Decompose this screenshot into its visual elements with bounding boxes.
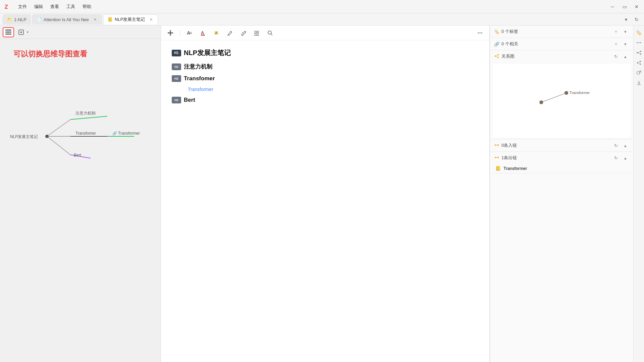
backlinks-out-item-icon: 📒: [495, 166, 501, 171]
backlinks-in-actions: ↻ ▴: [612, 141, 629, 149]
menu-help[interactable]: 帮助: [79, 2, 95, 11]
menu-tools[interactable]: 工具: [63, 2, 78, 11]
expand-related-button[interactable]: ▾: [621, 40, 629, 48]
minimize-button[interactable]: ─: [608, 2, 617, 11]
tags-section: 🏷️ 0 个标签 ＋ ▾: [490, 26, 633, 38]
menu-edit[interactable]: 编辑: [31, 2, 46, 11]
h1-badge: H1: [172, 50, 181, 56]
tab-nlp-icon: 📁: [7, 17, 12, 22]
expand-backlinks-in-button[interactable]: ▴: [621, 141, 629, 149]
menu-view[interactable]: 查看: [47, 2, 62, 11]
new-note-arrow: ▾: [27, 30, 29, 34]
svg-point-64: [637, 52, 638, 53]
relations-section-title: 关系图: [494, 53, 612, 60]
mindmap-canvas: 注意力机制 Transfomer 🔗 Transformer Bert: [0, 73, 161, 362]
related-section-title: 🔗 0 个相关: [494, 41, 612, 47]
note-h2-title-attention: 注意力机制: [184, 63, 212, 71]
menu-file[interactable]: 文件: [15, 2, 30, 11]
brush-button[interactable]: [224, 28, 235, 38]
svg-point-44: [480, 32, 481, 33]
svg-point-27: [172, 32, 173, 34]
tags-section-title: 🏷️ 0 个标签: [494, 29, 612, 35]
svg-point-21: [169, 32, 171, 34]
backlinks-in-header[interactable]: 0条入链 ↻ ▴: [490, 139, 633, 151]
add-related-button[interactable]: ＋: [612, 40, 620, 48]
svg-text:Transformer: Transformer: [570, 91, 590, 95]
relations-section-actions: ↻ ▴: [612, 52, 629, 60]
svg-rect-2: [5, 32, 11, 33]
backlinks-out-header[interactable]: 1条出链 ↻ ▴: [490, 152, 633, 164]
relations-section-header[interactable]: 关系图 ↻ ▴: [490, 50, 633, 62]
link-sidebar-icon[interactable]: [635, 38, 643, 47]
tag-sidebar-icon[interactable]: 🏷️: [635, 28, 643, 37]
branch-sidebar-icon[interactable]: [635, 48, 643, 57]
svg-text:NLP发展主笔记: NLP发展主笔记: [10, 134, 38, 139]
tags-section-actions: ＋ ▾: [612, 28, 629, 36]
svg-point-45: [481, 32, 482, 33]
svg-line-50: [496, 56, 497, 57]
expand-relations-button[interactable]: ▴: [621, 52, 629, 60]
export-sidebar-icon[interactable]: [635, 79, 643, 87]
relations-title: 关系图: [501, 53, 515, 59]
expand-tags-button[interactable]: ▾: [621, 28, 629, 36]
highlight-button[interactable]: A: [211, 28, 222, 38]
refresh-backlinks-out-button[interactable]: ↻: [612, 154, 620, 162]
add-tag-button[interactable]: ＋: [612, 28, 620, 36]
relations-icon: [494, 53, 499, 60]
more-options-button[interactable]: [475, 28, 485, 38]
tab-attention-close[interactable]: ✕: [92, 17, 98, 22]
mindmap-toggle-button[interactable]: [165, 28, 176, 38]
share2-sidebar-icon[interactable]: [635, 69, 643, 77]
font-size-button[interactable]: A a: [184, 28, 195, 38]
svg-line-9: [47, 136, 70, 155]
related-section-header[interactable]: 🔗 0 个相关 ＋ ▾: [490, 38, 633, 50]
new-note-button[interactable]: ▾: [15, 27, 29, 37]
tab-nlpnotes[interactable]: 📒 NLP发展主笔记 ✕: [103, 14, 158, 25]
mindmap-area: 可以切换思维导图查看 注意力机制 Transfomer: [0, 39, 161, 362]
svg-line-68: [638, 53, 640, 54]
svg-point-58: [495, 157, 496, 158]
transformer-link[interactable]: Transformer: [188, 87, 213, 92]
svg-point-56: [497, 144, 499, 146]
search-button[interactable]: [265, 28, 275, 38]
content-area: A a A A: [161, 26, 490, 362]
tags-count: 0 个标签: [501, 29, 518, 35]
svg-line-73: [638, 63, 640, 64]
share-sidebar-icon[interactable]: [635, 58, 643, 67]
tags-section-header[interactable]: 🏷️ 0 个标签 ＋ ▾: [490, 26, 633, 38]
refresh-relations-button[interactable]: ↻: [612, 52, 620, 60]
tab-refresh-button[interactable]: ↻: [632, 15, 641, 24]
backlinks-in-icon: [494, 142, 499, 149]
left-toolbar: ▾: [0, 26, 161, 39]
layers-button[interactable]: [3, 27, 14, 37]
svg-line-75: [639, 71, 641, 73]
note-h2-title-bert: Bert: [184, 97, 195, 103]
tab-attention[interactable]: 📄 Attention Is All You Nee ✕: [32, 14, 102, 25]
svg-text:Transfomer: Transfomer: [75, 131, 96, 136]
tab-nlp[interactable]: 📁 1-NLP: [3, 14, 31, 25]
svg-rect-33: [201, 35, 205, 36]
related-icon: 🔗: [494, 42, 499, 47]
expand-backlinks-out-button[interactable]: ▴: [621, 154, 629, 162]
svg-text:注意力机制: 注意力机制: [75, 111, 96, 116]
right-sidebar: 🏷️ 0 个标签 ＋ ▾ 🔗 0 个相关: [490, 26, 644, 362]
close-button[interactable]: ✕: [632, 2, 641, 11]
font-color-button[interactable]: A: [198, 28, 208, 38]
svg-point-28: [168, 32, 169, 34]
refresh-backlinks-in-button[interactable]: ↻: [612, 141, 620, 149]
link-button[interactable]: [238, 28, 249, 38]
svg-text:a: a: [190, 31, 192, 35]
main-layout: ▾ 可以切换思维导图查看 注意力机制: [0, 26, 644, 362]
indent-button[interactable]: [251, 28, 262, 38]
svg-point-55: [495, 144, 496, 146]
relations-graph: Transformer: [493, 64, 631, 138]
svg-point-70: [640, 61, 641, 62]
backlinks-out-count: 1条出链: [501, 155, 517, 161]
tab-dropdown-button[interactable]: ▾: [621, 15, 631, 24]
tab-nlpnotes-close[interactable]: ✕: [148, 17, 154, 22]
maximize-button[interactable]: ▭: [620, 2, 629, 11]
content-toolbar: A a A A: [161, 26, 489, 40]
mindmap-hint: 可以切换思维导图查看: [13, 49, 87, 59]
svg-text:🔗: 🔗: [112, 131, 117, 136]
tab-attention-label: Attention Is All You Nee: [44, 17, 89, 22]
